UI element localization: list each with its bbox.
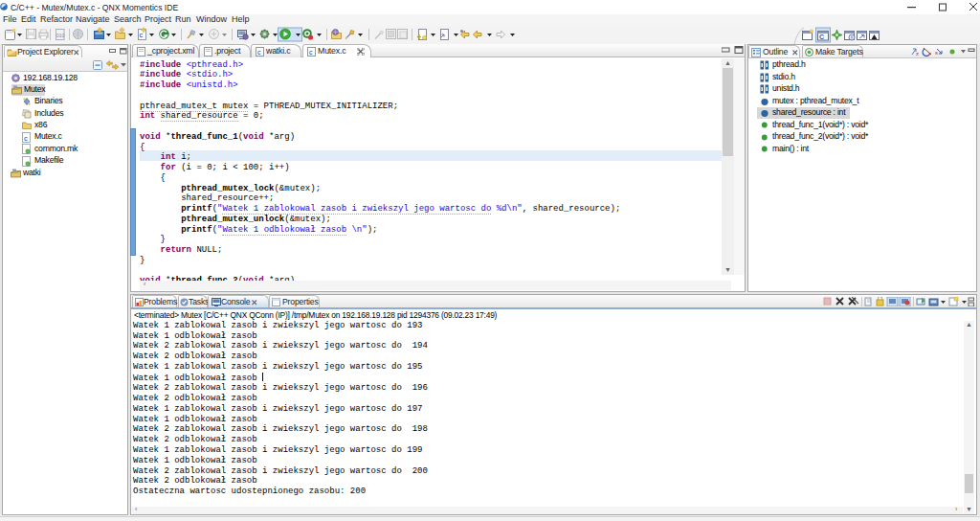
svg-text:C: C [819,34,824,40]
svg-text:z: z [916,51,919,57]
svg-text:c: c [24,133,28,142]
svg-text:010: 010 [56,33,65,38]
svg-text:s: s [935,50,938,56]
svg-text:c: c [140,31,144,39]
